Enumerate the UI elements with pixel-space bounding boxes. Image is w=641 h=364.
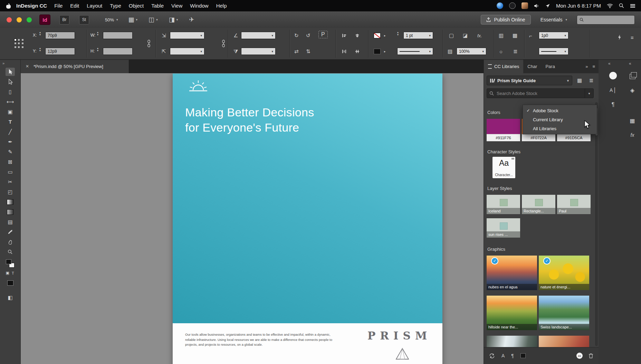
text-columns-button[interactable]: ≣ — [513, 48, 518, 55]
close-window-button[interactable] — [7, 17, 12, 22]
opacity-field[interactable]: 100%▾ — [457, 48, 486, 55]
panel-menu-icon[interactable]: ≡ — [631, 33, 634, 41]
prism-logotype[interactable]: PRISM — [367, 329, 431, 342]
document-canvas[interactable]: Making Better Decisions for Everyone's F… — [20, 73, 484, 364]
toolbar-search-input[interactable] — [586, 17, 632, 22]
direct-selection-tool[interactable] — [6, 78, 15, 86]
rotate-ccw-button[interactable]: ↺ — [306, 32, 310, 39]
wrap-none-button[interactable]: ▥ — [499, 32, 504, 39]
library-search-field[interactable]: ▾ — [487, 88, 594, 98]
character-style-item[interactable]: Aa Character... — [492, 157, 515, 178]
view-options-dropdown[interactable]: ▦▾ — [128, 16, 138, 23]
tools-collapse-icon[interactable]: » — [0, 59, 7, 67]
zoom-level-dropdown[interactable]: 50%▾ — [105, 17, 118, 22]
constrain-scale-link-icon[interactable] — [222, 40, 225, 47]
preflight-icon[interactable]: ✈ — [189, 16, 194, 23]
pencil-tool[interactable]: ✎ — [6, 148, 15, 156]
stroke-type-dropdown[interactable]: ▾ — [397, 48, 433, 55]
new-paragraph-style-icon[interactable]: ¶ — [511, 353, 514, 358]
y-position-field[interactable]: 12p9 — [45, 48, 75, 55]
list-view-button[interactable]: ≣ — [587, 76, 596, 85]
drop-shadow-button[interactable]: ▢ — [449, 32, 454, 39]
graphic-item[interactable]: ✓ Swiss landscape... — [539, 296, 589, 330]
menu-help[interactable]: Help — [212, 3, 231, 9]
distribute-center-button[interactable] — [355, 48, 360, 55]
graphic-item[interactable]: ✓ — [487, 336, 537, 347]
layers-panel-icon[interactable]: ◈ — [628, 86, 637, 94]
panel-scrollbar[interactable] — [595, 102, 598, 346]
arrange-documents-dropdown[interactable]: ◨▾ — [169, 16, 178, 23]
hand-tool[interactable] — [6, 238, 15, 246]
new-swatch-icon[interactable] — [520, 353, 526, 358]
width-field[interactable] — [103, 32, 133, 39]
table-panel-icon[interactable]: ▦ — [628, 117, 637, 124]
notification-center-icon[interactable] — [630, 4, 635, 8]
gap-tool[interactable]: ⟷ — [6, 98, 15, 106]
fill-swatch-arrow[interactable]: ▸ — [384, 48, 386, 55]
cover-artwork[interactable]: Making Better Decisions for Everyone's F… — [173, 74, 442, 323]
cc-libraries-dock-icon[interactable] — [609, 72, 617, 79]
chevron-down-icon[interactable]: ▾ — [482, 50, 484, 53]
delete-item-icon[interactable] — [589, 353, 593, 358]
distribute-left-button[interactable] — [342, 48, 346, 55]
menu-file[interactable]: File — [50, 3, 66, 9]
user-avatar[interactable] — [522, 2, 528, 9]
close-document-icon[interactable]: ✕ — [26, 64, 29, 69]
menu-edit[interactable]: Edit — [66, 3, 83, 9]
content-collector-tool[interactable]: ▣ — [6, 108, 15, 116]
color-theme-tool[interactable] — [6, 228, 15, 236]
x-position-field[interactable]: 70p9 — [45, 32, 75, 39]
content-proxy[interactable]: P — [318, 31, 328, 38]
menu-table[interactable]: Table — [147, 3, 168, 9]
toolbar-search-field[interactable] — [577, 15, 635, 25]
shear-angle-field[interactable]: ▾ — [241, 48, 276, 55]
corner-shape-dropdown[interactable]: ▾ — [539, 48, 568, 55]
fill-stroke-indicator[interactable] — [6, 259, 15, 268]
scale-y-field[interactable]: ▾ — [170, 48, 204, 55]
character-panel-icon[interactable]: A⎪ — [609, 86, 617, 94]
graphic-item[interactable]: ✓ nature et énergi... — [539, 256, 589, 290]
flip-horizontal-button[interactable]: ⇄ — [294, 48, 299, 55]
rectangle-frame-tool[interactable]: ⊠ — [6, 158, 15, 166]
graphic-item[interactable]: ✓ nubes en el agua — [487, 256, 537, 290]
chevron-down-icon[interactable]: ▾ — [564, 50, 566, 53]
object-effects-button[interactable]: ◪ — [463, 32, 468, 39]
line-tool[interactable]: ╱ — [6, 128, 15, 136]
type-tool[interactable]: T — [6, 118, 15, 126]
x-stepper[interactable]: ▴▾ — [39, 31, 41, 36]
workspace-switcher[interactable]: Essentials▾ — [540, 17, 567, 22]
h-stepper[interactable]: ▴▾ — [97, 47, 98, 52]
zoom-window-button[interactable] — [27, 17, 32, 22]
chevron-down-icon[interactable]: ▾ — [200, 34, 202, 37]
menubar-clock[interactable]: Mon Jun 6 8:17 PM — [556, 3, 601, 9]
tab-paragraph[interactable]: Para — [541, 59, 559, 73]
document-page[interactable]: Making Better Decisions for Everyone's F… — [173, 74, 442, 364]
new-character-style-icon[interactable]: A — [501, 353, 505, 358]
rotate-cw-button[interactable]: ↻ — [294, 32, 299, 39]
rotation-angle-field[interactable]: ▾ — [241, 32, 276, 39]
menu-view[interactable]: View — [168, 3, 186, 9]
search-scope-dropdown-button[interactable]: ▾ — [585, 89, 593, 98]
adobe-stock-button[interactable]: St — [79, 15, 89, 25]
panel-collapse-icon[interactable]: » — [585, 64, 588, 69]
layer-style-item[interactable]: Rectangle... — [522, 195, 555, 214]
panel-menu-icon[interactable]: ≡ — [592, 64, 595, 69]
expand-panels-icon[interactable]: « — [608, 61, 611, 66]
globe-status-icon[interactable] — [497, 2, 503, 9]
chevron-down-icon[interactable]: ▾ — [271, 34, 273, 37]
quick-apply-icon[interactable] — [618, 33, 621, 41]
expand-panels-icon[interactable]: « — [629, 61, 631, 66]
screen-mode-button[interactable]: ◧ — [6, 294, 15, 302]
selected-check-icon[interactable]: ✓ — [491, 257, 498, 265]
graphic-item[interactable]: ✓ hillside near the... — [487, 296, 537, 330]
chevron-down-icon[interactable]: ▾ — [429, 34, 431, 37]
selection-tool[interactable] — [6, 68, 15, 76]
chevron-down-icon[interactable]: ▾ — [564, 34, 566, 37]
stroke-weight-field[interactable]: 1 pt▾ — [403, 32, 433, 39]
color-swatch[interactable] — [487, 119, 520, 134]
flip-vertical-button[interactable]: ⇅ — [306, 48, 310, 55]
grid-view-button[interactable]: ▦ — [575, 76, 584, 85]
fx-menu-button[interactable]: fx. — [477, 32, 482, 39]
layer-style-item[interactable]: sun rises ... — [487, 218, 520, 238]
fill-color-swatch[interactable] — [374, 48, 381, 55]
